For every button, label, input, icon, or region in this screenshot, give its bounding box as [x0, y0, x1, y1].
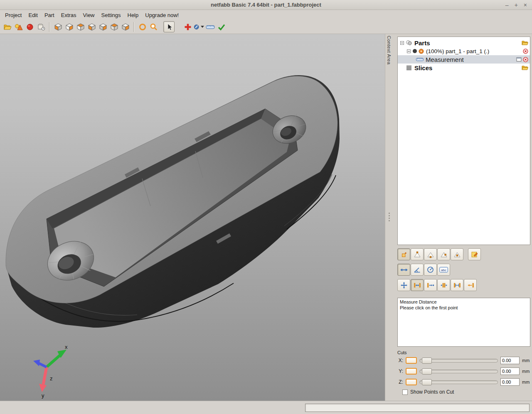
tree-row-measurement[interactable]: Measurement: [398, 55, 530, 64]
span-arrow-icon: [453, 282, 461, 289]
slices-icon: [406, 65, 412, 71]
measure-point-edge-button[interactable]: [424, 279, 437, 291]
cut-slider-x[interactable]: [419, 359, 498, 363]
measure-text-button[interactable]: abc: [437, 264, 450, 276]
menu-project[interactable]: Project: [2, 11, 25, 20]
view-top-button[interactable]: [108, 21, 120, 32]
cut-toggle-z[interactable]: [406, 379, 417, 385]
cut-value-y[interactable]: [500, 367, 520, 375]
main-toolbar: [0, 20, 532, 34]
tree-row-part1[interactable]: (100%) part_1 - part_1 (.): [398, 47, 530, 55]
menu-extras[interactable]: Extras: [58, 11, 80, 20]
measure-to-plane-button[interactable]: [464, 279, 477, 291]
part-scene: x y z: [0, 34, 385, 401]
view-right-button[interactable]: [86, 21, 97, 32]
snap-vertex-button[interactable]: [397, 248, 410, 260]
cut-row-x: X: mm: [397, 357, 530, 364]
magnifier-icon: [150, 23, 158, 31]
add-point-button[interactable]: [182, 21, 193, 32]
visibility-icon[interactable]: [419, 49, 424, 54]
tree-label-part1[interactable]: (100%) part_1 - part_1 (.): [426, 48, 489, 54]
measurement-icon: [416, 57, 424, 61]
measure-distance-button[interactable]: [397, 264, 410, 276]
note-icon: [471, 251, 478, 258]
cut-axis-label-x: X:: [397, 358, 403, 363]
measure-span-button[interactable]: [451, 279, 463, 291]
collapse-icon[interactable]: [407, 49, 411, 53]
menu-help[interactable]: Help: [124, 11, 142, 20]
part-sphere-icon: [412, 49, 417, 54]
zoom-region-button[interactable]: [148, 21, 159, 32]
remove-measurement-icon[interactable]: [523, 57, 528, 62]
measure-point-point-button[interactable]: [411, 279, 424, 291]
open-folder-icon[interactable]: [522, 40, 528, 46]
add-part-button[interactable]: [13, 21, 24, 32]
snap-triangle-vertex-button[interactable]: [411, 248, 424, 260]
window-title: netfabb Basic 7.4 64bit - part_1.fabbpro…: [0, 2, 532, 8]
zoom-all-button[interactable]: [137, 21, 148, 32]
cut-slider-z[interactable]: [419, 380, 498, 384]
tree-row-slices[interactable]: Slices: [398, 64, 530, 72]
menu-view[interactable]: View: [80, 11, 98, 20]
select-cursor-button[interactable]: [163, 21, 175, 32]
repair-part-button[interactable]: [24, 21, 35, 32]
cut-unit-x: mm: [522, 358, 530, 363]
measure-angle-button[interactable]: [411, 264, 424, 276]
collapse-icon[interactable]: [400, 41, 404, 45]
panel-splitter-grip[interactable]: [389, 213, 390, 221]
angle-icon: [414, 267, 421, 273]
cut-slider-thumb-x[interactable]: [422, 358, 432, 364]
tree-row-parts[interactable]: Parts: [398, 39, 530, 47]
apply-check-button[interactable]: [216, 21, 227, 32]
tree-label-slices[interactable]: Slices: [414, 64, 432, 71]
annotate-note-button[interactable]: [468, 248, 481, 260]
detach-window-icon[interactable]: [516, 57, 522, 62]
menu-settings[interactable]: Settings: [98, 11, 124, 20]
view-front-button[interactable]: [64, 21, 75, 32]
measure-tool-button[interactable]: [204, 21, 216, 32]
cut-slider-thumb-y[interactable]: [422, 368, 432, 375]
cuts-section: Cuts X: mm Y: mm: [397, 350, 530, 395]
close-button[interactable]: ×: [524, 0, 527, 10]
measure-radius-button[interactable]: [424, 264, 437, 276]
minimize-button[interactable]: –: [505, 0, 509, 10]
cut-value-x[interactable]: [500, 357, 520, 364]
cut-toggle-x[interactable]: [406, 357, 417, 364]
cursor-icon: [165, 23, 173, 31]
cut-toggle-y[interactable]: [406, 368, 417, 375]
view-left-button[interactable]: [75, 21, 86, 32]
menu-part[interactable]: Part: [41, 11, 58, 20]
measure-edge-edge-button[interactable]: [437, 279, 450, 291]
menu-upgrade[interactable]: Upgrade now!: [142, 11, 182, 20]
measure-free-button[interactable]: [397, 279, 410, 291]
cut-value-z[interactable]: [500, 378, 520, 386]
cut-slider-y[interactable]: [419, 370, 498, 373]
package-box-icon: [37, 23, 45, 31]
snap-triangle-midpoint-button[interactable]: [437, 248, 450, 260]
part-model: [6, 75, 340, 328]
snap-triangle-edge-button[interactable]: [424, 248, 437, 260]
view-back-button[interactable]: [97, 21, 108, 32]
show-points-checkbox[interactable]: [402, 390, 408, 395]
tree-label-parts[interactable]: Parts: [414, 39, 430, 47]
viewport-3d[interactable]: x y z: [0, 34, 385, 401]
progress-bar: [305, 404, 530, 412]
view-iso-button[interactable]: [52, 21, 64, 32]
dropdown-arrow-icon[interactable]: [201, 26, 204, 28]
cuts-title: Cuts: [397, 350, 530, 355]
snap-triangle-center-button[interactable]: [451, 248, 463, 260]
maximize-button[interactable]: +: [515, 0, 518, 10]
menu-edit[interactable]: Edit: [25, 11, 41, 20]
tree-label-measurement[interactable]: Measurement: [426, 56, 464, 63]
cut-slider-thumb-z[interactable]: [422, 379, 432, 385]
parts-tree: Parts (100%) part_1 - part_1 (.): [397, 37, 530, 245]
view-bottom-button[interactable]: [120, 21, 131, 32]
blue-pen-icon: [194, 23, 200, 31]
package-part-button[interactable]: [35, 21, 47, 32]
open-project-button[interactable]: [2, 21, 13, 32]
view-cube-icon: [88, 23, 96, 31]
open-folder-icon[interactable]: [522, 65, 528, 71]
remove-part-icon[interactable]: [523, 49, 528, 54]
edit-tool-button[interactable]: [193, 21, 204, 32]
measure-toolbars: abc: [397, 248, 530, 294]
